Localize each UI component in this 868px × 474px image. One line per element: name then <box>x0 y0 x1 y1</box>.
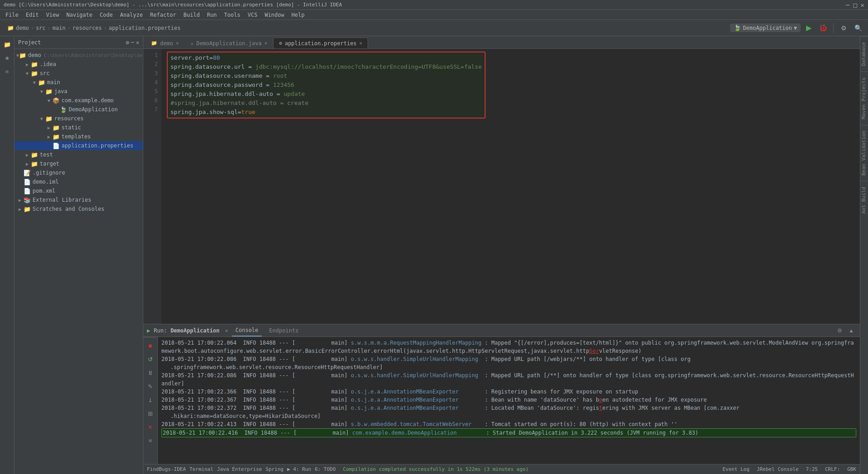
bean-validation-panel-label[interactable]: Bean Validation <box>860 125 868 181</box>
breadcrumb-src[interactable]: src <box>36 25 46 31</box>
toggle-idea[interactable]: ▶ <box>24 62 31 67</box>
run-button[interactable]: ▶ <box>802 22 815 34</box>
menu-navigate[interactable]: Navigate <box>63 10 96 20</box>
tree-item-scratches[interactable]: ▶ 📁 Scratches and Consoles <box>14 204 143 213</box>
sidebar-collapse-icon[interactable]: ─ <box>131 39 134 46</box>
spring-link[interactable]: Spring <box>265 466 283 472</box>
console-tab[interactable]: Console <box>232 324 262 337</box>
tree-item-demo-app[interactable]: 🍃 DemoApplication <box>14 105 143 114</box>
menu-help[interactable]: Help <box>288 10 308 20</box>
tree-item-templates[interactable]: ▶ 📁 templates <box>14 132 143 141</box>
terminal-link[interactable]: Terminal <box>189 466 213 472</box>
menu-run[interactable]: Run <box>203 10 221 20</box>
tree-item-iml[interactable]: 📄 demo.iml <box>14 177 143 186</box>
tree-item-java[interactable]: ▼ 📁 java <box>14 87 143 96</box>
database-panel-label[interactable]: Database <box>860 36 868 71</box>
project-tree: ▼ 📁 demo C:\Users\Administrator\Desktop\… <box>14 49 143 474</box>
tree-item-gitignore[interactable]: 📝 .gitignore <box>14 168 143 177</box>
structure-button[interactable]: ≡ <box>1 65 14 78</box>
menu-file[interactable]: File <box>2 10 22 20</box>
tree-item-package[interactable]: ▼ 📦 com.example.demo <box>14 96 143 105</box>
tree-item-ext-libs[interactable]: ▶ 📚 External Libraries <box>14 195 143 204</box>
favorites-button[interactable]: ★ <box>1 52 14 64</box>
endpoints-tab[interactable]: Endpoints <box>265 324 302 337</box>
tab-close-demo-application[interactable]: ✕ <box>264 40 268 46</box>
sidebar-close-icon[interactable]: ✕ <box>136 39 139 46</box>
tree-item-test[interactable]: ▶ 📁 test <box>14 150 143 159</box>
menu-edit[interactable]: Edit <box>22 10 42 20</box>
tree-item-demo[interactable]: ▼ 📁 demo C:\Users\Administrator\Desktop\… <box>14 51 143 60</box>
tree-item-app-props[interactable]: 📄 application.properties <box>14 141 143 150</box>
toggle-static[interactable]: ▶ <box>45 125 52 130</box>
maven-panel-label[interactable]: Maven Projects <box>860 71 868 125</box>
console-pause-button[interactable]: ⏸ <box>144 366 157 379</box>
event-log-link[interactable]: Event Log <box>722 466 750 472</box>
tab-demo[interactable]: 📁 demo ✕ <box>145 38 185 48</box>
maximize-button[interactable]: □ <box>853 1 857 9</box>
findbugs-link[interactable]: FindBugs-IDEA <box>147 466 186 472</box>
code-content[interactable]: server.port=80 spring.datasource.url = j… <box>161 49 860 324</box>
toggle-package[interactable]: ▼ <box>45 98 52 103</box>
console-content[interactable]: 2018-05-21 17:00:22.064 INFO 18488 --- [… <box>158 337 860 464</box>
console-close-icon[interactable]: ✕ <box>225 327 228 334</box>
breadcrumb-demo[interactable]: demo <box>16 25 29 31</box>
menu-view[interactable]: View <box>42 10 63 20</box>
todo-link[interactable]: 6: TODO <box>315 466 335 472</box>
toggle-scratches[interactable]: ▶ <box>16 207 24 212</box>
compilation-status: Compilation completed successfully in 1s… <box>343 466 529 472</box>
toggle-target[interactable]: ▶ <box>24 161 31 166</box>
breadcrumb-resources[interactable]: resources <box>72 25 102 31</box>
menu-code[interactable]: Code <box>96 10 117 20</box>
console-scroll-button[interactable]: ⤓ <box>144 393 157 406</box>
tree-item-target[interactable]: ▶ 📁 target <box>14 159 143 168</box>
toggle-ext-libs[interactable]: ▶ <box>16 198 24 203</box>
console-clear-button[interactable]: ✕ <box>144 421 157 433</box>
console-settings-button[interactable]: ⚙ <box>835 326 844 336</box>
menu-window[interactable]: Window <box>261 10 288 20</box>
toggle-main[interactable]: ▼ <box>31 80 38 85</box>
console-rerun-button[interactable]: ↺ <box>144 353 157 365</box>
console-stop-button[interactable]: ■ <box>144 339 157 352</box>
debug-button[interactable]: 🐞 <box>817 22 830 34</box>
breadcrumb-main[interactable]: main <box>52 25 66 31</box>
console-filter-button[interactable]: ⊞ <box>144 407 157 420</box>
jrebel-console-link[interactable]: JRebel Console <box>757 466 799 472</box>
java-enterprise-link[interactable]: Java Enterprise <box>217 466 262 472</box>
menu-tools[interactable]: Tools <box>221 10 244 20</box>
toggle-test[interactable]: ▶ <box>24 152 31 157</box>
toggle-resources[interactable]: ▼ <box>38 116 45 121</box>
settings-button[interactable]: ⚙ <box>837 22 850 34</box>
breadcrumb-file[interactable]: application.properties <box>108 25 180 31</box>
tree-item-main[interactable]: ▼ 📁 main <box>14 78 143 87</box>
menu-refactor[interactable]: Refactor <box>146 10 180 20</box>
menu-vcs[interactable]: VCS <box>244 10 261 20</box>
run-link[interactable]: ▶ 4: Run <box>287 466 311 472</box>
run-config-dropdown-icon[interactable]: ▼ <box>794 25 797 31</box>
toggle-java[interactable]: ▼ <box>38 89 45 94</box>
tab-close-application-properties[interactable]: ✕ <box>359 40 363 46</box>
tab-application-properties[interactable]: ⚙ application.properties ✕ <box>273 38 368 48</box>
project-tool-button[interactable]: 📁 <box>1 38 14 51</box>
menu-analyze[interactable]: Analyze <box>116 10 146 20</box>
minimize-button[interactable]: ─ <box>846 1 849 9</box>
tree-item-static[interactable]: ▶ 📁 static <box>14 123 143 132</box>
tab-demo-application[interactable]: ☕ DemoApplication.java ✕ <box>185 38 274 48</box>
toggle-src[interactable]: ▼ <box>24 71 31 76</box>
console-fold-button[interactable]: ≡ <box>144 434 157 447</box>
tree-item-resources[interactable]: ▼ 📁 resources <box>14 114 143 123</box>
run-configuration[interactable]: 🍃 DemoApplication ▼ <box>730 24 801 32</box>
console-expand-button[interactable]: ▲ <box>846 326 856 336</box>
toggle-templates[interactable]: ▶ <box>45 134 52 139</box>
close-button[interactable]: ✕ <box>861 1 864 9</box>
ant-build-panel-label[interactable]: Ant Build <box>860 181 868 219</box>
window-controls[interactable]: ─ □ ✕ <box>846 1 864 9</box>
tab-close-demo[interactable]: ✕ <box>176 40 179 46</box>
menu-build[interactable]: Build <box>180 10 203 20</box>
tree-item-pom[interactable]: 📄 pom.xml <box>14 186 143 195</box>
sidebar-settings-icon[interactable]: ⚙ <box>126 39 129 46</box>
editor-content[interactable]: 1 2 3 4 5 6 7 server.port=80 spring.data… <box>143 49 860 324</box>
tree-item-src[interactable]: ▼ 📁 src <box>14 69 143 78</box>
tree-item-idea[interactable]: ▶ 📁 .idea <box>14 60 143 69</box>
search-everywhere-button[interactable]: 🔍 <box>852 22 864 34</box>
console-edit-button[interactable]: ✎ <box>144 380 157 393</box>
